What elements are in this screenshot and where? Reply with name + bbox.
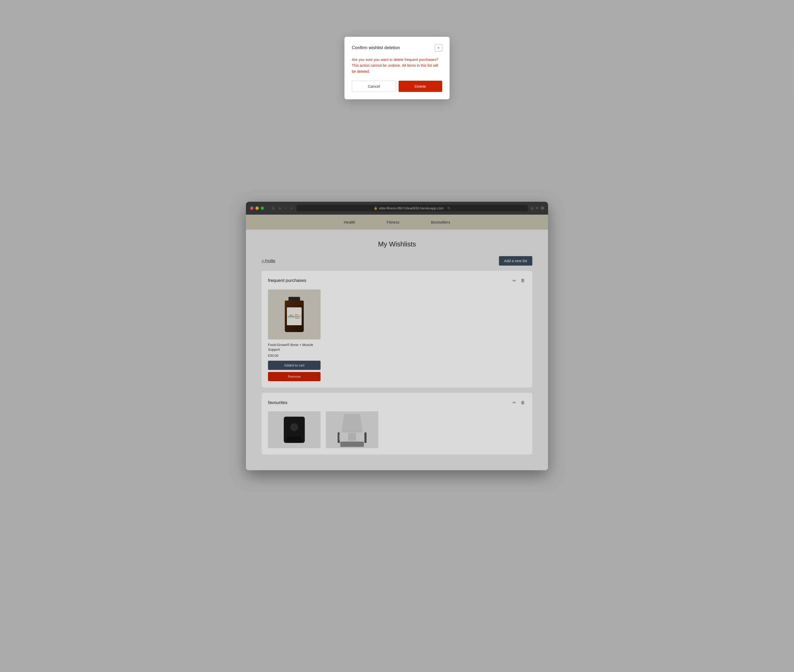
modal-header: Confirm wishlist deletion × (352, 44, 442, 51)
modal-cancel-button[interactable]: Cancel (352, 81, 396, 92)
modal-overlay[interactable]: Confirm wishlist deletion × Are you sure… (0, 0, 794, 672)
modal-delete-button[interactable]: Delete (399, 81, 442, 92)
modal-close-button[interactable]: × (435, 44, 442, 51)
modal-footer: Cancel Delete (352, 81, 442, 92)
modal-title: Confirm wishlist deletion (352, 45, 400, 50)
modal-body: Are you sure you want to delete frequent… (352, 57, 442, 74)
modal-warning-text: Are you sure you want to delete frequent… (352, 57, 442, 74)
confirm-delete-modal: Confirm wishlist deletion × Are you sure… (344, 37, 450, 99)
